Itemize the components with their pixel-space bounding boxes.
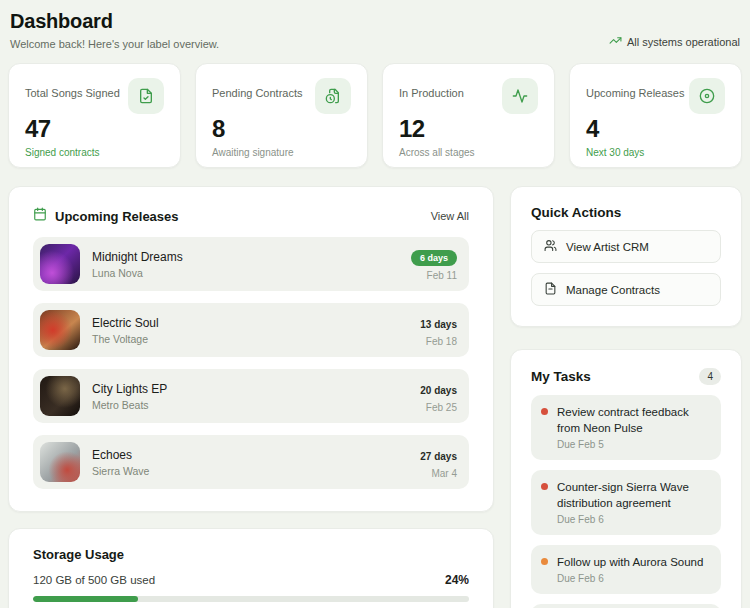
stat-card-in-production: In Production 12 Across all stages <box>382 63 555 168</box>
manage-contracts-button[interactable]: Manage Contracts <box>531 273 721 306</box>
file-text-icon <box>544 282 557 297</box>
view-all-link[interactable]: View All <box>431 210 469 222</box>
stat-card-total-songs: Total Songs Signed 47 Signed contracts <box>8 63 181 168</box>
trending-up-icon <box>609 34 622 49</box>
storage-usage-text: 120 GB of 500 GB used <box>33 574 155 586</box>
page-title: Dashboard <box>10 10 219 33</box>
tasks-count-badge: 4 <box>699 368 721 385</box>
release-info: Echoes Sierra Wave <box>92 448 408 477</box>
task-item[interactable]: Follow up with Aurora Sound Due Feb 6 <box>531 545 721 594</box>
release-info: Midnight Dreams Luna Nova <box>92 250 399 279</box>
release-meta: 20 days Feb 25 <box>420 380 457 413</box>
release-date: Feb 25 <box>420 402 457 413</box>
release-row[interactable]: Midnight Dreams Luna Nova 6 days Feb 11 <box>33 237 469 291</box>
left-column: Upcoming Releases View All Midnight Drea… <box>8 186 494 608</box>
stat-sub: Next 30 days <box>586 147 725 158</box>
release-info: City Lights EP Metro Beats <box>92 382 408 411</box>
releases-panel-title-wrap: Upcoming Releases <box>33 207 179 225</box>
stat-sub: Across all stages <box>399 147 538 158</box>
stat-card-top: Upcoming Releases <box>586 78 725 114</box>
activity-icon <box>502 78 538 114</box>
stat-sub: Awaiting signature <box>212 147 351 158</box>
my-tasks-panel: My Tasks 4 Review contract feedback from… <box>510 349 742 608</box>
upcoming-releases-panel: Upcoming Releases View All Midnight Drea… <box>8 186 494 512</box>
task-item[interactable]: Approve artwork for Midnight Dreams Due … <box>531 604 721 608</box>
releases-panel-title: Upcoming Releases <box>55 209 179 224</box>
view-artist-crm-label: View Artist CRM <box>566 241 649 253</box>
system-status-label: All systems operational <box>627 36 740 48</box>
quick-actions-title: Quick Actions <box>531 205 721 220</box>
calendar-icon <box>33 207 47 225</box>
album-art <box>40 310 80 350</box>
release-artist: The Voltage <box>92 333 408 345</box>
storage-progress-fill <box>33 596 138 602</box>
album-art <box>40 244 80 284</box>
quick-actions-panel: Quick Actions View Artist CRM Manage Con… <box>510 186 742 327</box>
stat-sub: Signed contracts <box>25 147 164 158</box>
stat-value: 4 <box>586 115 725 143</box>
view-artist-crm-button[interactable]: View Artist CRM <box>531 230 721 263</box>
stat-card-pending-contracts: Pending Contracts 8 Awaiting signature <box>195 63 368 168</box>
release-title: Electric Soul <box>92 316 408 330</box>
days-label: 27 days <box>420 451 457 462</box>
file-check-icon <box>128 78 164 114</box>
release-title: Echoes <box>92 448 408 462</box>
stat-value: 12 <box>399 115 538 143</box>
release-date: Mar 4 <box>420 468 457 479</box>
stat-cards: Total Songs Signed 47 Signed contracts P… <box>8 63 742 168</box>
release-row[interactable]: Electric Soul The Voltage 13 days Feb 18 <box>33 303 469 357</box>
task-text: Follow up with Aurora Sound <box>557 554 703 570</box>
release-title: Midnight Dreams <box>92 250 399 264</box>
stat-card-top: In Production <box>399 78 538 114</box>
storage-usage-panel: Storage Usage 120 GB of 500 GB used 24% … <box>8 528 494 608</box>
file-clock-icon <box>315 78 351 114</box>
page-subtitle: Welcome back! Here's your label overview… <box>10 38 219 50</box>
release-row[interactable]: Echoes Sierra Wave 27 days Mar 4 <box>33 435 469 489</box>
task-body: Counter-sign Sierra Wave distribution ag… <box>557 479 709 525</box>
releases-panel-header: Upcoming Releases View All <box>33 207 469 225</box>
right-column: Quick Actions View Artist CRM Manage Con… <box>510 186 742 608</box>
stat-card-upcoming-releases: Upcoming Releases 4 Next 30 days <box>569 63 742 168</box>
my-tasks-header: My Tasks 4 <box>531 368 721 385</box>
manage-contracts-label: Manage Contracts <box>566 284 660 296</box>
days-label: 13 days <box>420 319 457 330</box>
release-meta: 27 days Mar 4 <box>420 446 457 479</box>
stat-value: 47 <box>25 115 164 143</box>
days-badge: 6 days <box>411 250 457 266</box>
release-row[interactable]: City Lights EP Metro Beats 20 days Feb 2… <box>33 369 469 423</box>
release-date: Feb 18 <box>420 336 457 347</box>
stat-label: In Production <box>399 78 464 99</box>
task-due: Due Feb 6 <box>557 514 709 525</box>
system-status: All systems operational <box>609 34 740 50</box>
release-info: Electric Soul The Voltage <box>92 316 408 345</box>
task-item[interactable]: Review contract feedback from Neon Pulse… <box>531 395 721 460</box>
stat-label: Pending Contracts <box>212 78 303 99</box>
stat-label: Upcoming Releases <box>586 78 684 99</box>
release-title: City Lights EP <box>92 382 408 396</box>
release-artist: Metro Beats <box>92 399 408 411</box>
disc-icon <box>689 78 725 114</box>
task-due: Due Feb 6 <box>557 573 703 584</box>
release-artist: Luna Nova <box>92 267 399 279</box>
task-text: Review contract feedback from Neon Pulse <box>557 404 709 436</box>
priority-dot <box>541 483 548 490</box>
task-item[interactable]: Counter-sign Sierra Wave distribution ag… <box>531 470 721 535</box>
stat-card-top: Pending Contracts <box>212 78 351 114</box>
stat-value: 8 <box>212 115 351 143</box>
dashboard-page: Dashboard Welcome back! Here's your labe… <box>0 0 750 608</box>
page-header-text: Dashboard Welcome back! Here's your labe… <box>10 10 219 50</box>
storage-row: 120 GB of 500 GB used 24% <box>33 573 469 587</box>
task-text: Counter-sign Sierra Wave distribution ag… <box>557 479 709 511</box>
task-due: Due Feb 5 <box>557 439 709 450</box>
release-meta: 13 days Feb 18 <box>420 314 457 347</box>
storage-title: Storage Usage <box>33 547 469 562</box>
task-body: Review contract feedback from Neon Pulse… <box>557 404 709 450</box>
storage-progress-bar <box>33 596 469 602</box>
release-date: Feb 11 <box>411 270 457 281</box>
page-header: Dashboard Welcome back! Here's your labe… <box>8 8 742 50</box>
storage-percent: 24% <box>445 573 469 587</box>
days-label: 20 days <box>420 385 457 396</box>
my-tasks-title: My Tasks <box>531 369 591 384</box>
main-content: Upcoming Releases View All Midnight Drea… <box>8 186 742 608</box>
release-meta: 6 days Feb 11 <box>411 247 457 281</box>
